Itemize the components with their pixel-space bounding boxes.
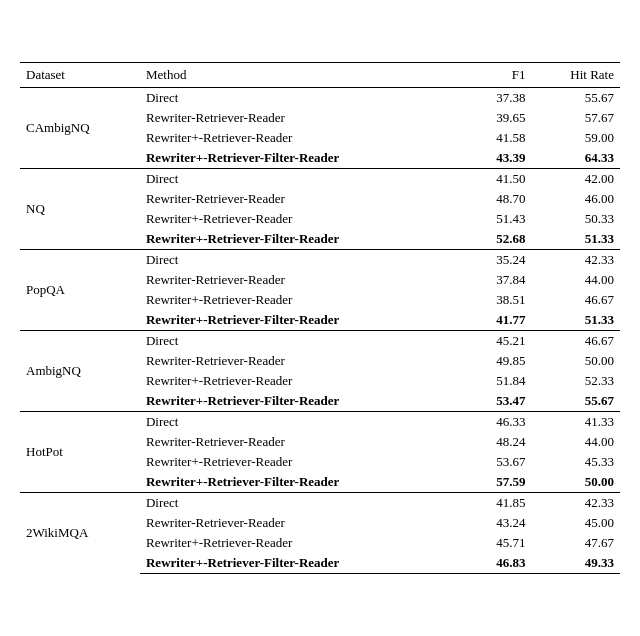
- method-cell: Rewriter+-Retriever-Filter-Reader: [140, 229, 466, 250]
- method-cell: Rewriter+-Retriever-Reader: [140, 452, 466, 472]
- method-cell: Direct: [140, 331, 466, 352]
- f1-cell: 45.71: [466, 533, 531, 553]
- results-table: Dataset Method F1 Hit Rate CAmbigNQDirec…: [20, 62, 620, 574]
- table-row: HotPotDirect46.3341.33: [20, 412, 620, 433]
- method-cell: Rewriter+-Retriever-Filter-Reader: [140, 310, 466, 331]
- hitrate-cell: 47.67: [532, 533, 620, 553]
- hitrate-cell: 55.67: [532, 88, 620, 109]
- method-cell: Rewriter+-Retriever-Reader: [140, 371, 466, 391]
- f1-cell: 53.47: [466, 391, 531, 412]
- col-f1: F1: [466, 63, 531, 88]
- method-cell: Rewriter-Retriever-Reader: [140, 189, 466, 209]
- f1-cell: 38.51: [466, 290, 531, 310]
- col-dataset: Dataset: [20, 63, 140, 88]
- method-cell: Rewriter-Retriever-Reader: [140, 108, 466, 128]
- col-hitrate: Hit Rate: [532, 63, 620, 88]
- hitrate-cell: 51.33: [532, 310, 620, 331]
- hitrate-cell: 46.00: [532, 189, 620, 209]
- hitrate-cell: 42.33: [532, 250, 620, 271]
- method-cell: Direct: [140, 169, 466, 190]
- f1-cell: 45.21: [466, 331, 531, 352]
- hitrate-cell: 50.33: [532, 209, 620, 229]
- method-cell: Rewriter+-Retriever-Filter-Reader: [140, 472, 466, 493]
- hitrate-cell: 64.33: [532, 148, 620, 169]
- hitrate-cell: 46.67: [532, 331, 620, 352]
- f1-cell: 37.38: [466, 88, 531, 109]
- f1-cell: 53.67: [466, 452, 531, 472]
- method-cell: Rewriter-Retriever-Reader: [140, 351, 466, 371]
- f1-cell: 39.65: [466, 108, 531, 128]
- dataset-cell: NQ: [20, 169, 140, 250]
- f1-cell: 48.24: [466, 432, 531, 452]
- dataset-cell: PopQA: [20, 250, 140, 331]
- dataset-cell: AmbigNQ: [20, 331, 140, 412]
- table-row: 2WikiMQADirect41.8542.33: [20, 493, 620, 514]
- hitrate-cell: 44.00: [532, 270, 620, 290]
- hitrate-cell: 45.00: [532, 513, 620, 533]
- table-row: PopQADirect35.2442.33: [20, 250, 620, 271]
- method-cell: Rewriter-Retriever-Reader: [140, 432, 466, 452]
- hitrate-cell: 44.00: [532, 432, 620, 452]
- f1-cell: 48.70: [466, 189, 531, 209]
- hitrate-cell: 49.33: [532, 553, 620, 574]
- method-cell: Rewriter+-Retriever-Filter-Reader: [140, 148, 466, 169]
- method-cell: Direct: [140, 412, 466, 433]
- method-cell: Direct: [140, 250, 466, 271]
- table-row: AmbigNQDirect45.2146.67: [20, 331, 620, 352]
- hitrate-cell: 42.00: [532, 169, 620, 190]
- f1-cell: 46.83: [466, 553, 531, 574]
- method-cell: Rewriter+-Retriever-Reader: [140, 128, 466, 148]
- table-wrapper: Dataset Method F1 Hit Rate CAmbigNQDirec…: [20, 62, 620, 574]
- hitrate-cell: 52.33: [532, 371, 620, 391]
- method-cell: Rewriter-Retriever-Reader: [140, 270, 466, 290]
- table-row: CAmbigNQDirect37.3855.67: [20, 88, 620, 109]
- dataset-cell: HotPot: [20, 412, 140, 493]
- f1-cell: 41.77: [466, 310, 531, 331]
- f1-cell: 41.85: [466, 493, 531, 514]
- f1-cell: 43.39: [466, 148, 531, 169]
- hitrate-cell: 41.33: [532, 412, 620, 433]
- f1-cell: 46.33: [466, 412, 531, 433]
- f1-cell: 49.85: [466, 351, 531, 371]
- hitrate-cell: 57.67: [532, 108, 620, 128]
- hitrate-cell: 50.00: [532, 472, 620, 493]
- f1-cell: 35.24: [466, 250, 531, 271]
- hitrate-cell: 45.33: [532, 452, 620, 472]
- f1-cell: 51.43: [466, 209, 531, 229]
- method-cell: Rewriter+-Retriever-Reader: [140, 533, 466, 553]
- method-cell: Direct: [140, 88, 466, 109]
- method-cell: Rewriter+-Retriever-Reader: [140, 209, 466, 229]
- f1-cell: 51.84: [466, 371, 531, 391]
- hitrate-cell: 51.33: [532, 229, 620, 250]
- hitrate-cell: 42.33: [532, 493, 620, 514]
- f1-cell: 43.24: [466, 513, 531, 533]
- f1-cell: 41.58: [466, 128, 531, 148]
- f1-cell: 37.84: [466, 270, 531, 290]
- hitrate-cell: 46.67: [532, 290, 620, 310]
- method-cell: Rewriter-Retriever-Reader: [140, 513, 466, 533]
- col-method: Method: [140, 63, 466, 88]
- method-cell: Rewriter+-Retriever-Filter-Reader: [140, 553, 466, 574]
- hitrate-cell: 55.67: [532, 391, 620, 412]
- f1-cell: 41.50: [466, 169, 531, 190]
- method-cell: Rewriter+-Retriever-Filter-Reader: [140, 391, 466, 412]
- f1-cell: 52.68: [466, 229, 531, 250]
- hitrate-cell: 59.00: [532, 128, 620, 148]
- header-row: Dataset Method F1 Hit Rate: [20, 63, 620, 88]
- table-row: NQDirect41.5042.00: [20, 169, 620, 190]
- f1-cell: 57.59: [466, 472, 531, 493]
- hitrate-cell: 50.00: [532, 351, 620, 371]
- method-cell: Rewriter+-Retriever-Reader: [140, 290, 466, 310]
- dataset-cell: 2WikiMQA: [20, 493, 140, 574]
- dataset-cell: CAmbigNQ: [20, 88, 140, 169]
- method-cell: Direct: [140, 493, 466, 514]
